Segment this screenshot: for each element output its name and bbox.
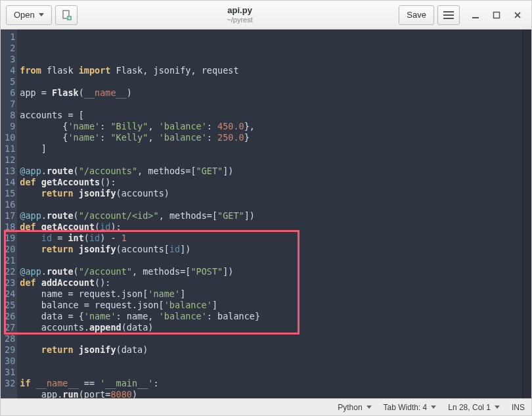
code-line[interactable]: {'name': "Kelly", 'balance': 250.0} (20, 132, 522, 143)
line-number: 23 (5, 277, 15, 289)
code-line[interactable]: balance = request.json['balance'] (20, 300, 522, 311)
line-number: 21 (5, 255, 15, 266)
file-subtitle: ~/pyrest (81, 16, 399, 24)
code-line[interactable] (20, 154, 522, 166)
cursor-position-label: Ln 28, Col 1 (448, 403, 491, 412)
maximize-button[interactable] (488, 7, 505, 24)
line-number: 27 (5, 322, 15, 333)
code-line[interactable]: ] (20, 143, 522, 154)
new-document-icon (61, 10, 72, 20)
vertical-scrollbar[interactable] (522, 30, 531, 398)
line-number: 17 (5, 210, 15, 221)
line-number: 5 (5, 76, 15, 87)
code-line[interactable]: def getAccount(id): (20, 221, 522, 233)
insert-mode[interactable]: INS (512, 403, 525, 412)
code-line[interactable]: accounts.append(data) (20, 322, 522, 333)
line-number: 15 (5, 188, 15, 199)
minimize-button[interactable] (467, 7, 484, 24)
code-line[interactable]: return jsonify(accounts) (20, 188, 522, 199)
code-line[interactable]: @app.route("/accounts", methods=["GET"]) (20, 166, 522, 177)
line-number: 29 (5, 344, 15, 356)
line-number: 24 (5, 289, 15, 300)
code-line[interactable] (20, 333, 522, 344)
line-number: 7 (5, 99, 15, 110)
minimize-icon (472, 11, 479, 19)
code-line[interactable]: app = Flask(__name__) (20, 87, 522, 99)
code-line[interactable]: accounts = [ (20, 110, 522, 121)
code-line[interactable]: app.run(port=8080) (20, 389, 522, 398)
line-number: 6 (5, 87, 15, 99)
code-line[interactable] (20, 99, 522, 110)
code-line[interactable] (20, 76, 522, 87)
chevron-down-icon (495, 405, 500, 409)
line-number: 12 (5, 154, 15, 166)
tab-width-label: Tab Width: 4 (384, 403, 428, 412)
language-selector[interactable]: Python (338, 403, 371, 412)
save-button-label: Save (407, 10, 426, 20)
line-number-gutter: 1234567891011121314151617181920212223242… (1, 30, 17, 398)
chevron-down-icon (39, 13, 44, 16)
code-line[interactable]: {'name': "Billy", 'balance': 450.0}, (20, 121, 522, 132)
code-line[interactable]: return jsonify(accounts[id]) (20, 244, 522, 255)
code-line[interactable]: data = {'name': name, 'balance': balance… (20, 311, 522, 322)
line-number: 32 (5, 378, 15, 389)
code-line[interactable]: @app.route("/account/<id>", methods=["GE… (20, 210, 522, 221)
editor-area[interactable]: 1234567891011121314151617181920212223242… (1, 30, 531, 398)
open-button[interactable]: Open (6, 5, 52, 25)
insert-mode-label: INS (512, 403, 525, 412)
save-button[interactable]: Save (399, 5, 434, 25)
svg-rect-8 (494, 12, 500, 18)
code-line[interactable] (20, 367, 522, 378)
close-button[interactable] (509, 7, 526, 24)
line-number: 25 (5, 300, 15, 311)
code-line[interactable]: id = int(id) - 1 (20, 233, 522, 244)
code-line[interactable]: def addAccount(): (20, 277, 522, 289)
close-icon (514, 11, 521, 19)
language-label: Python (338, 403, 362, 412)
code-line[interactable]: name = request.json['name'] (20, 289, 522, 300)
line-number: 22 (5, 266, 15, 277)
line-number: 4 (5, 65, 15, 76)
line-number: 1 (5, 32, 15, 43)
code-line[interactable] (20, 356, 522, 367)
svg-rect-4 (443, 11, 454, 12)
svg-rect-5 (443, 14, 454, 16)
line-number: 10 (5, 132, 15, 143)
line-number: 14 (5, 177, 15, 188)
chevron-down-icon (431, 405, 436, 409)
file-title: api.py (81, 6, 399, 16)
line-number: 31 (5, 367, 15, 378)
status-bar: Python Tab Width: 4 Ln 28, Col 1 INS (1, 398, 531, 415)
line-number: 2 (5, 43, 15, 54)
cursor-position[interactable]: Ln 28, Col 1 (448, 403, 500, 412)
code-line[interactable]: return jsonify(data) (20, 344, 522, 356)
svg-rect-7 (472, 17, 479, 18)
code-line[interactable]: from flask import Flask, jsonify, reques… (20, 65, 522, 76)
new-document-button[interactable] (55, 5, 78, 25)
tab-width-selector[interactable]: Tab Width: 4 (384, 403, 437, 412)
line-number: 16 (5, 199, 15, 210)
title-block: api.py ~/pyrest (81, 6, 399, 24)
code-line[interactable] (20, 199, 522, 210)
line-number: 26 (5, 311, 15, 322)
line-number: 8 (5, 110, 15, 121)
line-number: 18 (5, 221, 15, 233)
code-line[interactable]: def getAccounts(): (20, 177, 522, 188)
line-number: 19 (5, 233, 15, 244)
code-line[interactable]: if __name__ == '__main__': (20, 378, 522, 389)
toolbar: Open api.py ~/pyrest Save (1, 1, 531, 30)
line-number: 9 (5, 121, 15, 132)
chevron-down-icon (366, 405, 372, 409)
line-number: 28 (5, 333, 15, 344)
code-line[interactable] (20, 255, 522, 266)
maximize-icon (493, 11, 500, 19)
line-number: 3 (5, 54, 15, 65)
code-line[interactable]: @app.route("/account", methods=["POST"]) (20, 266, 522, 277)
hamburger-menu-button[interactable] (437, 5, 460, 25)
open-button-label: Open (14, 10, 35, 20)
svg-rect-6 (443, 18, 454, 19)
line-number: 30 (5, 356, 15, 367)
hamburger-icon (443, 11, 454, 19)
code-content[interactable]: from flask import Flask, jsonify, reques… (17, 30, 522, 398)
line-number: 11 (5, 143, 15, 154)
